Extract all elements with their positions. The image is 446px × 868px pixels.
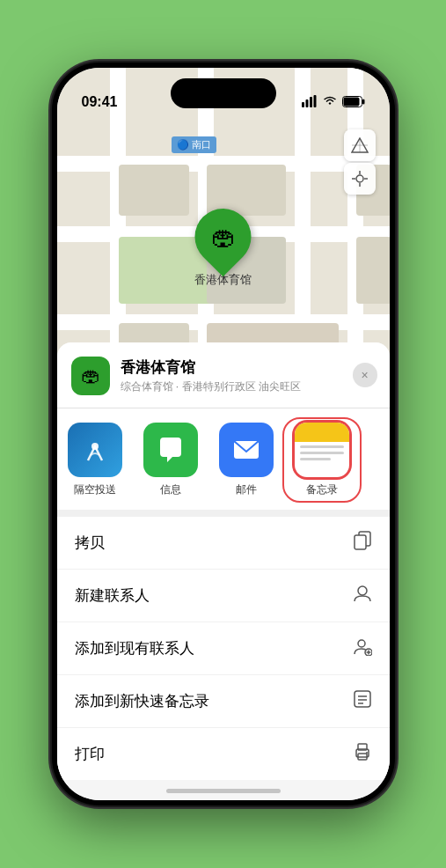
notes-icon-content <box>295 423 349 477</box>
copy-icon <box>353 531 372 555</box>
notes-line-1 <box>300 445 344 448</box>
notes-line-3 <box>300 458 331 460</box>
north-label: 🔵 南口 <box>172 136 216 153</box>
menu-item-copy[interactable]: 拷贝 <box>57 517 390 570</box>
notes-label: 备忘录 <box>306 482 338 497</box>
mail-icon <box>219 423 274 477</box>
share-action-more[interactable]: 推 <box>360 423 390 497</box>
print-icon <box>353 742 372 766</box>
north-label-icon: 🔵 <box>177 139 192 150</box>
notes-line-2 <box>300 452 344 454</box>
bottom-sheet: 🏟 香港体育馆 综合体育馆 · 香港特别行政区 油尖旺区 × <box>57 342 390 800</box>
messages-label: 信息 <box>160 482 181 497</box>
share-action-messages[interactable]: 信息 <box>133 423 208 497</box>
svg-point-19 <box>358 586 367 595</box>
menu-item-new-contact[interactable]: 新建联系人 <box>57 570 390 622</box>
stadium-pin: 🏟 <box>183 197 263 277</box>
menu-item-add-contact[interactable]: 添加到现有联系人 <box>57 622 390 675</box>
menu-item-quick-note[interactable]: 添加到新快速备忘录 <box>57 675 390 728</box>
notes-lines <box>295 442 349 477</box>
svg-point-10 <box>356 175 363 182</box>
menu-item-print[interactable]: 打印 <box>57 728 390 780</box>
svg-point-20 <box>358 640 365 647</box>
status-time: 09:41 <box>82 94 118 110</box>
battery-icon <box>342 96 365 110</box>
mail-label: 邮件 <box>236 482 257 497</box>
messages-icon <box>143 423 198 477</box>
quick-note-label: 添加到新快速备忘录 <box>75 691 209 711</box>
svg-rect-5 <box>362 99 365 104</box>
share-action-airdrop[interactable]: 隔空投送 <box>57 423 133 497</box>
home-indicator <box>166 789 281 793</box>
menu-list: 拷贝 新建联系人 <box>57 517 390 780</box>
stadium-icon: 🏟 <box>211 223 236 252</box>
add-contact-icon <box>353 636 372 660</box>
stadium-marker[interactable]: 🏟 香港体育馆 <box>194 209 252 288</box>
print-label: 打印 <box>75 744 105 764</box>
svg-point-31 <box>366 752 368 754</box>
notes-app-icon <box>295 423 349 477</box>
more-icon <box>370 423 390 477</box>
svg-rect-2 <box>310 97 312 107</box>
location-venue-icon: 🏟 <box>71 357 110 395</box>
notes-yellow-strip <box>295 423 349 442</box>
phone-frame: 09:41 <box>52 63 395 805</box>
svg-rect-18 <box>355 535 366 549</box>
svg-rect-0 <box>302 102 304 107</box>
svg-rect-1 <box>305 99 308 107</box>
location-info: 香港体育馆 综合体育馆 · 香港特别行政区 油尖旺区 <box>121 357 376 394</box>
copy-label: 拷贝 <box>75 533 105 553</box>
airdrop-label: 隔空投送 <box>74 482 116 497</box>
new-contact-label: 新建联系人 <box>75 585 150 606</box>
map-view-button[interactable] <box>344 129 376 161</box>
dynamic-island <box>171 78 276 108</box>
share-action-notes[interactable]: 备忘录 <box>284 419 360 501</box>
svg-rect-6 <box>343 97 359 106</box>
close-button[interactable]: × <box>353 363 377 387</box>
svg-rect-3 <box>313 95 316 107</box>
svg-rect-24 <box>355 691 370 707</box>
new-contact-icon <box>353 584 372 607</box>
wifi-icon <box>323 96 337 109</box>
add-contact-label: 添加到现有联系人 <box>75 638 194 658</box>
status-icons <box>302 95 365 110</box>
location-button[interactable] <box>344 163 376 195</box>
phone-screen: 09:41 <box>57 68 390 800</box>
location-subtitle: 综合体育馆 · 香港特别行政区 油尖旺区 <box>121 379 376 394</box>
airdrop-icon <box>68 423 122 477</box>
share-actions-row: 隔空投送 信息 <box>57 408 390 517</box>
map-controls <box>344 129 376 195</box>
quick-note-icon <box>353 689 372 713</box>
location-header: 🏟 香港体育馆 综合体育馆 · 香港特别行政区 油尖旺区 × <box>57 342 390 408</box>
share-action-mail[interactable]: 邮件 <box>208 423 284 497</box>
signal-icon <box>302 95 318 110</box>
location-name: 香港体育馆 <box>121 357 376 378</box>
